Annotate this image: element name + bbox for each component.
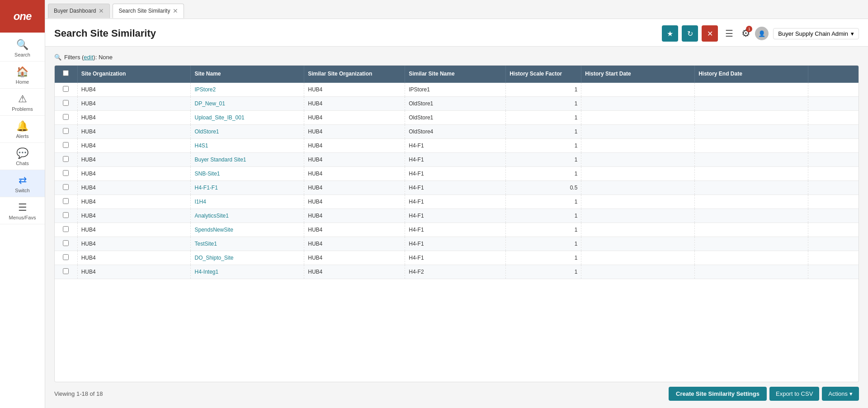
actions-chevron-icon: ▾ [849, 390, 853, 397]
data-table: Site Organization Site Name Similar Site… [55, 66, 859, 279]
site-name-link[interactable]: TestSite1 [194, 241, 217, 247]
site-name-link[interactable]: SNB-Site1 [194, 171, 220, 177]
sidebar-item-switch[interactable]: ⇄ Switch [0, 170, 45, 197]
sidebar-item-label: Switch [15, 188, 29, 193]
row-checkbox[interactable] [63, 114, 69, 120]
row-checkbox[interactable] [63, 142, 69, 148]
row-checkbox[interactable] [63, 254, 69, 260]
actions-button[interactable]: Actions ▾ [822, 387, 859, 401]
row-checkbox-cell [55, 83, 77, 97]
cell-end-date [695, 96, 808, 110]
filters-bar: 🔍 Filters (edit): None [54, 54, 859, 61]
cell-end-date [695, 223, 808, 237]
cell-site-org: HUB4 [77, 96, 191, 110]
cell-scale: 1 [506, 166, 581, 180]
tab-close-search-site-similarity[interactable]: ✕ [173, 7, 178, 14]
cell-action [808, 138, 859, 152]
row-checkbox[interactable] [63, 100, 69, 106]
cell-scale: 1 [506, 152, 581, 166]
row-checkbox[interactable] [63, 156, 69, 162]
tab-bar: Buyer Dashboard ✕ Search Site Similarity… [45, 0, 868, 19]
site-name-link[interactable]: Upload_Site_IB_001 [194, 114, 244, 121]
cell-end-date [695, 110, 808, 124]
cell-action [808, 237, 859, 251]
row-checkbox[interactable] [63, 198, 69, 204]
site-name-link[interactable]: AnalyticsSite1 [194, 213, 228, 219]
tab-buyer-dashboard[interactable]: Buyer Dashboard ✕ [48, 4, 110, 18]
cell-scale: 1 [506, 195, 581, 209]
cell-end-date [695, 166, 808, 180]
sidebar-item-problems[interactable]: ⚠ Problems [0, 89, 45, 116]
site-name-link[interactable]: H4-Integ1 [194, 269, 218, 275]
site-name-link[interactable]: DO_Shipto_Site [194, 255, 233, 261]
header-site-org: Site Organization [77, 66, 191, 83]
cell-end-date [695, 195, 808, 209]
cell-scale: 1 [506, 110, 581, 124]
export-to-csv-button[interactable]: Export to CSV [769, 387, 819, 401]
filter-edit-link[interactable]: edit [84, 54, 93, 61]
cell-scale: 1 [506, 83, 581, 97]
sidebar-item-alerts[interactable]: 🔔 Alerts [0, 116, 45, 143]
cell-end-date [695, 152, 808, 166]
tab-search-site-similarity[interactable]: Search Site Similarity ✕ [113, 4, 184, 18]
cell-sim-name: H4-F1 [405, 251, 506, 265]
cell-sim-org: HUB4 [304, 251, 405, 265]
cell-site-org: HUB4 [77, 180, 191, 195]
row-checkbox[interactable] [63, 240, 69, 246]
sidebar-item-search[interactable]: 🔍 Search [0, 34, 45, 62]
site-name-link[interactable]: H4-F1-F1 [194, 185, 217, 191]
refresh-button[interactable]: ↻ [682, 25, 698, 42]
close-button[interactable]: ✕ [702, 25, 718, 42]
user-dropdown[interactable]: Buyer Supply Chain Admin ▾ [773, 28, 859, 39]
site-name-link[interactable]: DP_New_01 [194, 100, 225, 107]
cell-sim-name: H4-F1 [405, 237, 506, 251]
tab-label: Buyer Dashboard [54, 8, 96, 14]
sidebar-item-label: Home [16, 79, 29, 85]
table-row: HUB4 DP_New_01 HUB4 OldStore1 1 [55, 96, 859, 110]
cell-sim-name: H4-F1 [405, 166, 506, 180]
favorite-button[interactable]: ★ [662, 25, 678, 42]
site-name-link[interactable]: Buyer Standard Site1 [194, 157, 246, 163]
row-checkbox[interactable] [63, 212, 69, 218]
cell-start-date [581, 251, 695, 265]
row-checkbox-cell [55, 180, 77, 195]
site-name-link[interactable]: SpendsNewSite [194, 227, 233, 233]
row-checkbox[interactable] [63, 268, 69, 274]
tab-close-buyer-dashboard[interactable]: ✕ [99, 7, 104, 14]
cell-start-date [581, 83, 695, 97]
cell-sim-name: H4-F1 [405, 138, 506, 152]
row-checkbox[interactable] [63, 226, 69, 232]
cell-site-org: HUB4 [77, 110, 191, 124]
table-row: HUB4 TestSite1 HUB4 H4-F1 1 [55, 237, 859, 251]
row-checkbox-cell [55, 237, 77, 251]
select-all-checkbox[interactable] [63, 70, 69, 76]
row-checkbox[interactable] [63, 170, 69, 176]
row-checkbox-cell [55, 96, 77, 110]
menu-button[interactable]: ☰ [722, 26, 737, 41]
row-checkbox[interactable] [63, 184, 69, 190]
cell-start-date [581, 237, 695, 251]
sidebar-item-home[interactable]: 🏠 Home [0, 62, 45, 89]
cell-site-name: Upload_Site_IB_001 [191, 110, 304, 124]
site-name-link[interactable]: OldStore1 [194, 128, 219, 135]
filter-icon: 🔍 [54, 54, 61, 61]
sidebar-item-label: Search [14, 52, 30, 57]
cell-site-org: HUB4 [77, 237, 191, 251]
row-checkbox-cell [55, 265, 77, 279]
cell-start-date [581, 195, 695, 209]
footer: Viewing 1-18 of 18 Create Site Similarit… [54, 382, 859, 401]
table-container: Site Organization Site Name Similar Site… [54, 65, 859, 382]
create-site-similarity-button[interactable]: Create Site Similarity Settings [669, 387, 767, 401]
cell-site-name: H4S1 [191, 138, 304, 152]
header-sim-name: Similar Site Name [405, 66, 506, 83]
row-checkbox-cell [55, 251, 77, 265]
cell-start-date [581, 180, 695, 195]
site-name-link[interactable]: H4S1 [194, 142, 208, 149]
row-checkbox[interactable] [63, 128, 69, 134]
table-scroll[interactable]: Site Organization Site Name Similar Site… [55, 66, 859, 382]
row-checkbox[interactable] [63, 86, 69, 92]
sidebar-item-menus-favs[interactable]: ☰ Menus/Favs [0, 197, 45, 224]
sidebar-item-chats[interactable]: 💬 Chats [0, 143, 45, 170]
site-name-link[interactable]: IPStore2 [194, 86, 216, 93]
site-name-link[interactable]: I1H4 [194, 199, 206, 205]
